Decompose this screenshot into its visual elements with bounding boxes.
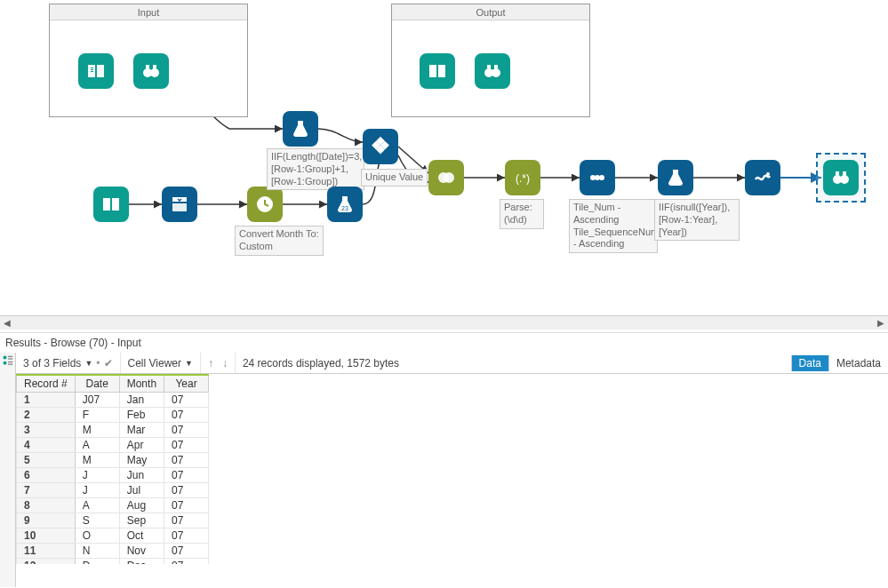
canvas-horizontal-scrollbar[interactable]: ◀ ▶ — [0, 315, 888, 330]
browse-tool[interactable] — [133, 53, 169, 89]
tile-tool[interactable] — [363, 129, 398, 164]
cell-month[interactable]: Feb — [119, 408, 164, 423]
fields-summary-text: 3 of 3 Fields — [23, 357, 81, 369]
container-title: Output — [392, 4, 589, 20]
sort-tool[interactable] — [580, 160, 615, 195]
cell-date[interactable]: F — [75, 408, 119, 423]
col-month[interactable]: Month — [119, 375, 164, 393]
cell-year[interactable]: 07 — [164, 544, 209, 559]
table-row[interactable]: 9SSep07 — [17, 513, 209, 528]
cell-month[interactable]: Apr — [119, 438, 164, 453]
cell-year[interactable]: 07 — [164, 423, 209, 438]
sort-desc-icon[interactable]: ↓ — [222, 357, 228, 369]
multirow-formula-tool[interactable] — [658, 160, 693, 195]
text-input-tool[interactable] — [420, 53, 455, 89]
cell-date[interactable]: N — [75, 544, 119, 559]
cell-date[interactable]: J — [75, 483, 119, 498]
table-row[interactable]: 4AApr07 — [17, 438, 209, 453]
cell-month[interactable]: Oct — [119, 528, 164, 544]
cell-year[interactable]: 07 — [164, 498, 209, 513]
select-tool[interactable] — [745, 160, 780, 195]
sort-asc-icon[interactable]: ↑ — [208, 357, 213, 369]
results-title: Results - Browse (70) - Input — [0, 332, 888, 353]
cell-year[interactable]: 07 — [164, 438, 209, 453]
cell-year[interactable]: 07 — [164, 453, 209, 468]
table-row[interactable]: 1J07Jan07 — [17, 393, 209, 408]
cell-month[interactable]: Dec — [119, 559, 164, 565]
cell-year[interactable]: 07 — [164, 513, 209, 528]
datetime-tool[interactable] — [247, 187, 283, 222]
cell-month[interactable]: Sep — [119, 513, 164, 528]
cell-date[interactable]: A — [75, 498, 119, 513]
formula-tool[interactable]: 23 — [327, 187, 363, 222]
svg-point-24 — [840, 175, 849, 184]
tab-data[interactable]: Data — [791, 355, 828, 371]
tab-metadata[interactable]: Metadata — [828, 355, 888, 371]
svg-rect-30 — [3, 362, 6, 365]
cell-date[interactable]: D — [75, 559, 119, 565]
regex-tool[interactable]: (.*) — [505, 160, 540, 195]
workflow-canvas[interactable]: Input Output Convert Month To: Custom II… — [0, 0, 888, 332]
text-input-tool[interactable] — [93, 187, 129, 222]
tool-label: Tile_Num - Ascending Tile_SequenceNum - … — [569, 199, 658, 253]
cell-viewer-dropdown[interactable]: Cell Viewer ▼ — [121, 353, 201, 373]
row-number: 9 — [17, 513, 76, 528]
table-row[interactable]: 8AAug07 — [17, 498, 209, 513]
svg-rect-28 — [8, 356, 12, 357]
table-row[interactable]: 6JJun07 — [17, 468, 209, 483]
table-row[interactable]: 11NNov07 — [17, 544, 209, 559]
cell-month[interactable]: Jul — [119, 483, 164, 498]
svg-rect-6 — [487, 65, 491, 68]
text-input-tool[interactable] — [78, 53, 114, 89]
browse-tool[interactable] — [823, 160, 859, 195]
cell-month[interactable]: Jun — [119, 468, 164, 483]
svg-rect-31 — [8, 362, 12, 362]
table-row[interactable]: 3MMar07 — [17, 423, 209, 438]
results-config-icon[interactable] — [0, 353, 16, 374]
row-number: 12 — [17, 559, 76, 565]
table-row[interactable]: 12DDec07 — [17, 559, 209, 565]
select-tool[interactable] — [162, 187, 197, 222]
col-year[interactable]: Year — [164, 375, 209, 393]
table-row[interactable]: 7JJul07 — [17, 483, 209, 498]
svg-point-17 — [444, 172, 454, 183]
tool-label: IIF(Length([Date])=3, [Row-1:Group]+1, [… — [267, 148, 364, 190]
join-tool[interactable] — [428, 160, 464, 195]
browse-tool[interactable] — [475, 53, 510, 89]
results-table[interactable]: Record # Date Month Year 1J07Jan072FFeb0… — [16, 374, 209, 564]
svg-rect-25 — [836, 171, 839, 175]
cell-date[interactable]: J — [75, 468, 119, 483]
table-row[interactable]: 2FFeb07 — [17, 408, 209, 423]
flask-icon — [290, 118, 311, 139]
cell-month[interactable]: May — [119, 453, 164, 468]
multirow-formula-tool[interactable] — [283, 111, 318, 147]
fields-dropdown[interactable]: 3 of 3 Fields ▼ • ✔ — [16, 353, 121, 373]
cell-month[interactable]: Mar — [119, 423, 164, 438]
tool-label: Convert Month To: Custom — [235, 226, 324, 256]
cell-year[interactable]: 07 — [164, 408, 209, 423]
cell-date[interactable]: O — [75, 528, 119, 544]
scroll-right-icon[interactable]: ▶ — [874, 316, 888, 330]
cell-year[interactable]: 07 — [164, 528, 209, 544]
table-row[interactable]: 5MMay07 — [17, 453, 209, 468]
col-record[interactable]: Record # — [17, 375, 76, 393]
chevron-down-icon: ▼ — [185, 359, 193, 368]
svg-rect-2 — [146, 65, 149, 68]
cell-date[interactable]: S — [75, 513, 119, 528]
cell-date[interactable]: M — [75, 453, 119, 468]
cell-year[interactable]: 07 — [164, 393, 209, 408]
row-number: 8 — [17, 498, 76, 513]
cell-year[interactable]: 07 — [164, 483, 209, 498]
cell-month[interactable]: Jan — [119, 393, 164, 408]
cell-month[interactable]: Aug — [119, 498, 164, 513]
results-toolbar: 3 of 3 Fields ▼ • ✔ Cell Viewer ▼ ↑ ↓ 24… — [16, 353, 888, 374]
cell-month[interactable]: Nov — [119, 544, 164, 559]
cell-date[interactable]: M — [75, 423, 119, 438]
cell-year[interactable]: 07 — [164, 559, 209, 565]
col-date[interactable]: Date — [75, 375, 119, 393]
cell-date[interactable]: J07 — [75, 393, 119, 408]
table-row[interactable]: 10OOct07 — [17, 528, 209, 544]
cell-year[interactable]: 07 — [164, 468, 209, 483]
cell-date[interactable]: A — [75, 438, 119, 453]
scroll-left-icon[interactable]: ◀ — [0, 316, 14, 330]
